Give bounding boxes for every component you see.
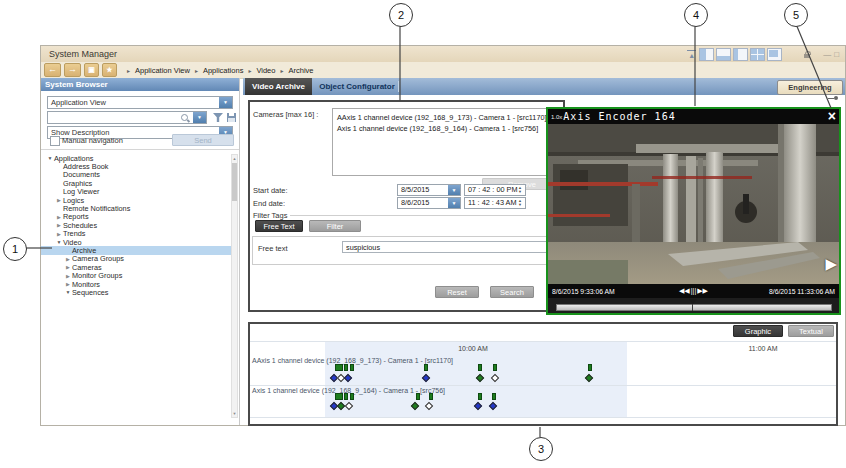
breadcrumb-separator-icon: ▸: [127, 67, 130, 74]
jog-controls[interactable]: ◀◀ ||| ▶▶: [679, 287, 708, 295]
recording-segment[interactable]: [335, 364, 343, 371]
layout-option-3-icon[interactable]: [733, 48, 748, 61]
recording-segment[interactable]: [424, 364, 428, 371]
favorites-button[interactable]: ★: [102, 63, 117, 77]
search-button[interactable]: Search: [490, 286, 534, 298]
scrubber-track[interactable]: [556, 304, 832, 311]
tree-item-monitors[interactable]: ▶Monitors: [41, 280, 233, 288]
engineering-button[interactable]: Engineering: [777, 80, 843, 95]
recording-segment[interactable]: [416, 393, 420, 400]
scrubber-position-line: [692, 304, 693, 311]
search-icon[interactable]: [181, 114, 190, 123]
free-text-tab-button[interactable]: Free Text: [255, 220, 303, 232]
send-button[interactable]: Send: [172, 134, 234, 146]
breadcrumb-item[interactable]: Video: [256, 66, 275, 75]
layout-option-5-icon[interactable]: [767, 48, 782, 61]
recording-segment[interactable]: [493, 364, 497, 371]
free-text-input[interactable]: [342, 241, 554, 253]
end-date-label: End date:: [253, 199, 285, 208]
close-icon[interactable]: ×: [828, 109, 836, 124]
collapsed-arrow-icon[interactable]: ▶: [64, 264, 72, 270]
end-time-field[interactable]: 11 : 42 : 43 AM ▲▼: [464, 197, 526, 209]
breadcrumb: ▸Application View▸Applications▸Video▸Arc…: [127, 66, 313, 75]
recording-segment[interactable]: [350, 393, 354, 400]
collapsed-arrow-icon[interactable]: ▶: [55, 197, 63, 203]
video-player-header[interactable]: 1.0x Axis Encoder 164 ×: [548, 109, 839, 124]
jog-back-icon[interactable]: ◀◀: [679, 287, 690, 295]
layout-option-2-icon[interactable]: [716, 48, 731, 61]
tab-video-archive[interactable]: Video Archive: [245, 78, 312, 95]
scroll-down-icon[interactable]: ▼: [232, 411, 237, 416]
layout-option-4-icon[interactable]: [750, 48, 765, 61]
window-mode-button[interactable]: ▣: [84, 63, 99, 77]
manual-navigation-checkbox[interactable]: [50, 136, 60, 146]
callout-3: 3: [529, 437, 553, 461]
jog-pause-icon[interactable]: |||: [691, 287, 696, 295]
recording-segment[interactable]: [492, 393, 496, 400]
collapsed-arrow-icon[interactable]: ▶: [64, 256, 72, 262]
recording-segment[interactable]: [429, 393, 433, 400]
chevron-down-icon[interactable]: ▼: [219, 97, 232, 108]
collapsed-arrow-icon[interactable]: ▶: [64, 273, 72, 279]
collapsed-arrow-icon[interactable]: ▶: [64, 281, 72, 287]
tree-item-monitor-groups[interactable]: ▶Monitor Groups: [41, 271, 233, 279]
breadcrumb-item[interactable]: Archive: [288, 66, 313, 75]
tree-item-sequences[interactable]: ▼Sequences: [41, 288, 233, 296]
start-date-picker[interactable]: 8/5/2015 ▼: [397, 184, 461, 196]
recording-segment[interactable]: [344, 393, 348, 400]
expanded-arrow-icon[interactable]: ▼: [64, 289, 72, 295]
collapsed-arrow-icon[interactable]: ▶: [55, 231, 63, 237]
calendar-dropdown-icon[interactable]: ▼: [448, 198, 460, 208]
save-icon[interactable]: [227, 113, 236, 122]
expanded-arrow-icon[interactable]: ▼: [46, 155, 54, 161]
camera-list-item[interactable]: AAxis 1 channel device (192_168_9_173) -…: [337, 112, 561, 123]
search-dropdown-icon[interactable]: ▼: [193, 112, 206, 123]
scrollbar-thumb[interactable]: [232, 163, 237, 201]
tab-object-configurator[interactable]: Object Configurator: [317, 78, 397, 95]
expanded-arrow-icon[interactable]: ▼: [55, 239, 63, 245]
breadcrumb-item[interactable]: Application View: [135, 66, 190, 75]
calendar-dropdown-icon[interactable]: ▼: [448, 185, 460, 195]
tree-item-camera-groups[interactable]: ▶Camera Groups: [41, 255, 233, 263]
filter-icon[interactable]: [213, 113, 223, 122]
collapsed-arrow-icon[interactable]: ▶: [55, 214, 63, 220]
scrubber-handle[interactable]: [689, 299, 697, 304]
filter-tab-button[interactable]: Filter: [309, 220, 361, 232]
play-icon[interactable]: ▶: [825, 255, 837, 273]
back-button[interactable]: ←: [44, 63, 61, 77]
recording-segment[interactable]: [350, 364, 354, 371]
collapse-panel-icon[interactable]: ▲: [687, 50, 696, 60]
tree-item-cameras[interactable]: ▶Cameras: [41, 263, 233, 271]
scroll-up-icon[interactable]: ▲: [232, 156, 237, 161]
tree-item-archive[interactable]: Archive: [41, 246, 233, 254]
end-date-picker[interactable]: 8/6/2015 ▼: [397, 197, 461, 209]
recording-segment[interactable]: [478, 364, 482, 371]
graphic-view-button[interactable]: Graphic: [733, 325, 783, 337]
recording-segment[interactable]: [588, 364, 592, 371]
time-spinner[interactable]: ▲▼: [516, 185, 524, 195]
recording-segment[interactable]: [344, 364, 348, 371]
textual-view-button[interactable]: Textual: [788, 325, 834, 337]
jog-forward-icon[interactable]: ▶▶: [697, 287, 708, 295]
view-selector-dropdown[interactable]: Application View ▼: [47, 96, 233, 109]
video-archive-form: Cameras [max 16] : AAxis 1 channel devic…: [248, 100, 565, 312]
pin-icon[interactable]: [828, 96, 838, 100]
maximize-icon[interactable]: □: [834, 50, 839, 60]
industrial-scene: [548, 124, 839, 284]
start-time-field[interactable]: 07 : 42 : 00 PM ▲▼: [464, 184, 526, 196]
minimize-icon[interactable]: —: [823, 50, 831, 60]
tree-scrollbar[interactable]: ▲ ▼: [231, 154, 238, 418]
start-time-value: 07 : 42 : 00 PM: [468, 185, 518, 194]
tree-item-video[interactable]: ▼Video: [41, 238, 233, 246]
breadcrumb-item[interactable]: Applications: [203, 66, 243, 75]
layout-option-1-icon[interactable]: [699, 48, 714, 61]
collapsed-arrow-icon[interactable]: ▶: [55, 222, 63, 228]
recording-segment[interactable]: [335, 393, 343, 400]
camera-list-item[interactable]: Axis 1 channel device (192_168_9_164) - …: [337, 123, 561, 134]
cameras-listbox[interactable]: AAxis 1 channel device (192_168_9_173) -…: [332, 108, 562, 176]
recording-segment[interactable]: [478, 393, 482, 400]
time-spinner[interactable]: ▲▼: [516, 198, 524, 208]
search-input[interactable]: ▼: [47, 111, 207, 124]
forward-button[interactable]: →: [64, 63, 81, 77]
reset-button[interactable]: Reset: [435, 286, 479, 298]
